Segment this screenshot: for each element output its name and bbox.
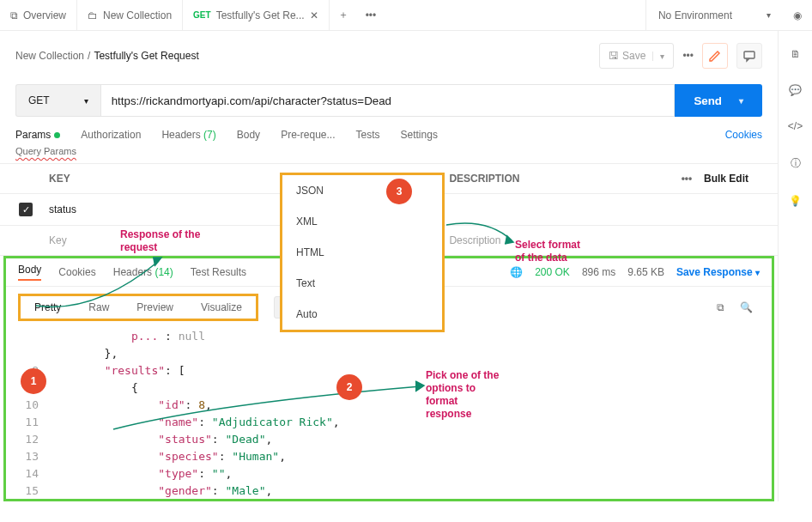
tab-newcollection[interactable]: 🗀 New Collection: [77, 0, 183, 30]
comments-icon[interactable]: 💬: [789, 84, 802, 96]
chevron-down-icon[interactable]: ▾: [652, 52, 664, 61]
edit-button[interactable]: [702, 43, 728, 69]
checkbox-checked[interactable]: ✓: [19, 203, 33, 216]
view-env-icon[interactable]: ◉: [783, 9, 812, 21]
environment-label: No Environment: [658, 9, 732, 21]
save-icon: 🖫: [609, 50, 619, 62]
save-label: Save: [622, 50, 645, 62]
tab-tests[interactable]: Tests: [356, 129, 380, 141]
response-size: 9.65 KB: [627, 266, 664, 278]
tab-settings[interactable]: Settings: [401, 129, 438, 141]
new-tab-button[interactable]: ＋: [330, 8, 357, 22]
tab-overview-label: Overview: [23, 9, 66, 21]
th-key: KEY: [47, 173, 249, 185]
chevron-down-icon: ▾: [84, 96, 88, 106]
svg-rect-0: [744, 52, 754, 58]
annotation-text-2: Select format of the data: [515, 239, 580, 264]
search-icon[interactable]: 🔍: [740, 301, 753, 313]
annotation-badge-2: 2: [336, 374, 362, 400]
bulk-edit-button[interactable]: Bulk Edit: [704, 173, 778, 185]
view-visualize[interactable]: Visualize: [187, 296, 256, 319]
pencil-icon: [708, 49, 722, 63]
format-option-json[interactable]: JSON: [282, 175, 442, 206]
docs-icon[interactable]: 🗎: [791, 48, 801, 60]
comment-icon: [742, 49, 756, 63]
tab-params[interactable]: Params: [15, 129, 60, 141]
tab-request[interactable]: GET Testfully's Get Re... ✕: [183, 0, 330, 30]
method-selector[interactable]: GET ▾: [15, 84, 100, 117]
info-icon[interactable]: ⓘ: [791, 156, 801, 171]
save-response-button[interactable]: Save Response ▾: [676, 266, 760, 278]
annotation-badge-3: 3: [386, 179, 412, 204]
comment-button[interactable]: [736, 43, 762, 69]
response-time: 896 ms: [582, 266, 615, 278]
folder-icon: 🗀: [88, 9, 98, 21]
format-option-html[interactable]: HTML: [282, 237, 442, 268]
overview-icon: ⧉: [10, 9, 18, 21]
annotation-badge-1: 1: [21, 368, 46, 394]
cookies-link[interactable]: Cookies: [725, 129, 762, 141]
method-label: GET: [28, 94, 50, 106]
format-option-xml[interactable]: XML: [282, 206, 442, 237]
tab-newcollection-label: New Collection: [103, 9, 172, 21]
copy-icon[interactable]: ⧉: [717, 301, 724, 313]
close-icon[interactable]: ✕: [310, 9, 318, 21]
tab-prerequest[interactable]: Pre-reque...: [281, 129, 335, 141]
breadcrumb-collection[interactable]: New Collection: [15, 50, 84, 62]
tab-authorization[interactable]: Authorization: [81, 129, 141, 141]
breadcrumb-request: Testfully's Get Request: [94, 50, 198, 62]
tab-menu-button[interactable]: •••: [357, 9, 385, 21]
tab-method-label: GET: [193, 10, 211, 20]
idea-icon[interactable]: 💡: [789, 195, 802, 207]
save-button[interactable]: 🖫 Save ▾: [599, 43, 674, 69]
send-button[interactable]: Send ▾: [675, 84, 762, 117]
chevron-down-icon[interactable]: ▾: [739, 96, 743, 106]
tab-request-label: Testfully's Get Re...: [216, 9, 305, 21]
resp-tab-testresults[interactable]: Test Results: [191, 266, 246, 278]
query-params-title: Query Params: [0, 144, 778, 158]
send-label: Send: [694, 94, 722, 107]
tab-overview[interactable]: ⧉ Overview: [0, 0, 77, 30]
url-input[interactable]: [100, 84, 676, 117]
chevron-down-icon: ▾: [755, 268, 760, 277]
breadcrumb-sep: /: [88, 50, 90, 62]
status-code: 200 OK: [535, 266, 570, 278]
dot-icon: [54, 132, 60, 138]
code-icon[interactable]: </>: [788, 120, 803, 132]
tab-headers[interactable]: Headers (7): [161, 129, 215, 141]
th-description: DESCRIPTION: [449, 173, 670, 185]
more-dots-button[interactable]: •••: [682, 50, 694, 62]
format-option-auto[interactable]: Auto: [282, 299, 442, 330]
environment-selector[interactable]: No Environment ▾: [645, 0, 783, 30]
annotation-text-3: Pick one of the options to format respon…: [426, 369, 499, 421]
tab-body[interactable]: Body: [237, 129, 260, 141]
format-dropdown: JSON XML HTML Text Auto: [280, 173, 445, 332]
chevron-down-icon: ▾: [767, 10, 771, 20]
column-options-button[interactable]: •••: [670, 173, 704, 185]
format-option-text[interactable]: Text: [282, 268, 442, 299]
param-key[interactable]: status: [47, 203, 249, 215]
globe-icon[interactable]: 🌐: [510, 266, 523, 278]
annotation-text-1: Response of the request: [120, 228, 200, 254]
